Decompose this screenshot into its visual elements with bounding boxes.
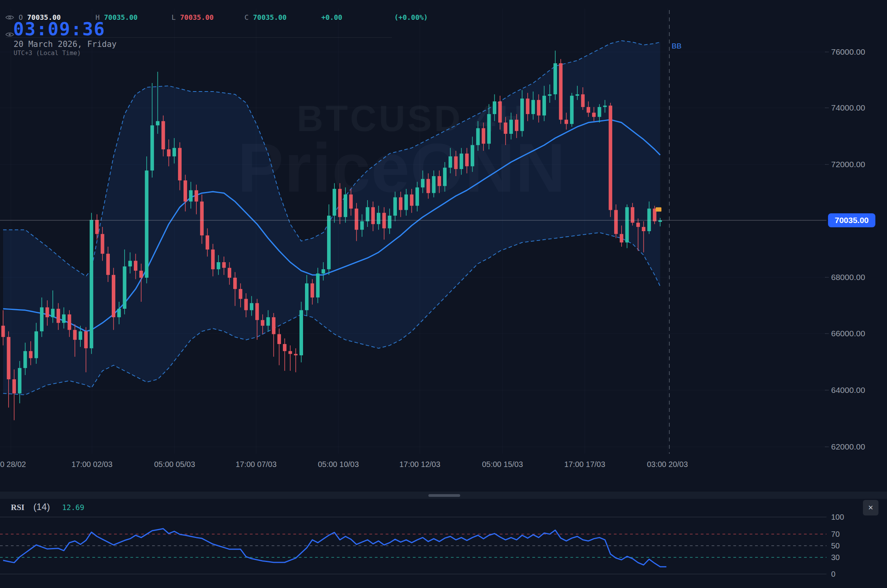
price-axis-label: 68000.00 (831, 273, 865, 282)
change-percent: (+0.00%) (394, 13, 428, 21)
main-chart-canvas[interactable] (0, 0, 887, 588)
time-axis-label: 05:00 15/03 (482, 460, 523, 469)
rsi-layer (0, 517, 826, 574)
candle-countdown-timer: 03:09:36 (13, 19, 106, 40)
low-label: L (172, 13, 176, 21)
price-axis-label: 72000.00 (831, 160, 865, 169)
price-axis-label: 74000.00 (831, 103, 865, 112)
order-marker[interactable] (656, 208, 662, 212)
eye-icon[interactable] (5, 31, 14, 38)
bollinger-band-label: BB (672, 42, 681, 50)
rsi-close-button[interactable]: × (863, 500, 878, 515)
chart-timezone: UTC+3 (Local Time) (14, 49, 81, 57)
trading-chart-app: { "header": { "open_label": "O", "open_v… (0, 0, 887, 588)
low-value: 70035.00 (180, 13, 214, 21)
close-value: 70035.00 (253, 13, 287, 21)
high-value: 70035.00 (104, 13, 138, 21)
time-axis-label: 03:00 20/03 (647, 460, 688, 469)
price-axis-label: 62000.00 (831, 442, 865, 451)
time-axis-label: 05:00 05/03 (154, 460, 195, 469)
time-axis-label: 00 28/02 (0, 460, 26, 469)
chart-date: 20 March 2026, Friday (14, 40, 117, 49)
time-axis-label: 17:00 17/03 (564, 460, 605, 469)
price-axis-ticks (825, 52, 829, 447)
eye-icon[interactable] (5, 14, 14, 21)
rsi-level-label: 50 (831, 541, 840, 550)
rsi-level-label: 100 (831, 513, 844, 522)
rsi-period: (14) (33, 502, 50, 512)
rsi-current-value: 12.69 (62, 503, 84, 512)
change-value: +0.00 (321, 13, 342, 21)
current-price-badge: 70035.00 (828, 213, 875, 227)
price-axis-label: 66000.00 (831, 329, 865, 338)
time-axis-label: 17:00 07/03 (236, 460, 277, 469)
time-axis-label: 17:00 02/03 (71, 460, 113, 469)
price-axis-label: 76000.00 (831, 47, 865, 57)
close-label: C (244, 13, 249, 21)
time-axis-label: 05:00 10/03 (318, 460, 359, 469)
price-axis-label: 64000.00 (831, 386, 865, 395)
rsi-level-label: 70 (831, 530, 840, 539)
header-divider (6, 37, 392, 38)
rsi-indicator-title[interactable]: RSI (11, 503, 24, 512)
rsi-level-label: 30 (831, 553, 840, 562)
time-axis-label: 17:00 12/03 (399, 460, 440, 469)
pane-resize-handle[interactable] (428, 494, 460, 497)
rsi-level-label: 0 (831, 570, 835, 579)
